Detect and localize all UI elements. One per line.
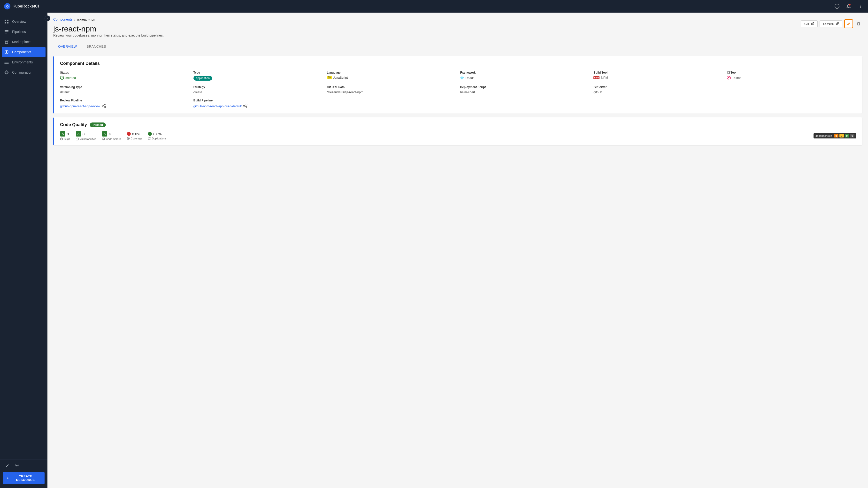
git-button[interactable]: GIT xyxy=(801,20,818,27)
language-value: JS JavaScript xyxy=(327,76,456,79)
duplications-value: 0.0% xyxy=(148,132,161,136)
edit-button[interactable] xyxy=(844,20,853,28)
build-pipeline-link[interactable]: github-npm-react-app-build-default xyxy=(193,104,242,108)
build-tool-value: npm NPM xyxy=(593,76,723,79)
sidebar-item-environments-label: Environments xyxy=(12,60,33,64)
duplications-pct: 0.0% xyxy=(153,132,161,136)
breadcrumb: Components / js-react-npm xyxy=(53,18,96,21)
tab-branches[interactable]: BRANCHES xyxy=(82,42,111,51)
ci-tool-text: Tekton xyxy=(732,76,741,79)
more-menu-button[interactable] xyxy=(857,2,864,10)
vulnerabilities-metric: A 0 Vulnerabilities xyxy=(76,131,96,140)
topology-icon-review[interactable] xyxy=(102,104,106,109)
layout: ‹ Overview Pipelines Marketplace xyxy=(0,12,868,488)
git-server-label: GitServer xyxy=(593,86,723,89)
build-tool-item: Build Tool npm NPM xyxy=(593,71,723,80)
dep-count-3: 0 xyxy=(850,134,855,137)
coverage-indicator xyxy=(127,132,131,136)
svg-rect-9 xyxy=(5,20,6,21)
delete-button[interactable] xyxy=(855,20,862,27)
smells-grade: A xyxy=(102,131,107,136)
git-server-value: github xyxy=(593,90,723,94)
sonar-external-link-icon xyxy=(836,22,839,25)
svg-rect-16 xyxy=(5,42,8,43)
breadcrumb-separator: / xyxy=(74,18,75,21)
smells-value: A 4 xyxy=(102,131,111,136)
component-details-title: Component Details xyxy=(60,61,857,66)
page-subtitle: Review your codebases, monitor their sta… xyxy=(53,33,862,37)
git-url-label: Git URL Path xyxy=(327,86,456,89)
vulnerabilities-label: Vulnerabilities xyxy=(76,137,96,140)
review-pipeline-value: github-npm-react-app-review xyxy=(60,104,190,109)
strategy-label: Strategy xyxy=(193,86,323,89)
dependencies-bar: dependencies 0 0 0 0 xyxy=(813,133,857,138)
code-quality-title: Code Quality xyxy=(60,122,87,127)
marketplace-icon xyxy=(4,39,9,44)
dep-count-2: 0 xyxy=(845,134,849,137)
status-label: Status xyxy=(60,71,190,74)
delete-icon xyxy=(857,22,861,26)
settings-button[interactable] xyxy=(13,462,20,469)
svg-point-19 xyxy=(6,72,7,73)
tab-overview[interactable]: OVERVIEW xyxy=(53,42,82,51)
sidebar-item-components[interactable]: Components xyxy=(2,47,45,57)
bugs-label: Bugs xyxy=(60,137,70,140)
sonar-button[interactable]: SONAR xyxy=(819,20,842,27)
smells-metric: A 4 Code Smells xyxy=(102,131,121,140)
topology-icon-build[interactable] xyxy=(243,104,247,109)
review-pipeline-link[interactable]: github-npm-react-app-review xyxy=(60,104,100,108)
navbar-logo: KubeRocketCI xyxy=(4,3,830,10)
smells-count: 4 xyxy=(109,132,111,136)
duplications-indicator xyxy=(148,132,152,136)
svg-rect-10 xyxy=(7,20,8,21)
coverage-label: Coverage xyxy=(127,137,143,140)
svg-point-31 xyxy=(246,104,247,105)
svg-rect-36 xyxy=(148,138,150,140)
svg-point-6 xyxy=(860,5,861,6)
npm-icon: npm xyxy=(593,76,599,79)
tab-overview-label: OVERVIEW xyxy=(58,44,77,48)
sidebar-item-overview[interactable]: Overview xyxy=(0,17,48,27)
quality-metrics-row: A 0 Bugs A 0 xyxy=(60,131,857,140)
overview-icon xyxy=(4,19,9,24)
framework-label: Framework xyxy=(460,71,590,74)
sidebar-item-environments[interactable]: Environments xyxy=(0,57,48,67)
sidebar-item-pipelines[interactable]: Pipelines xyxy=(0,27,48,37)
sidebar-nav: Overview Pipelines Marketplace Component… xyxy=(0,14,48,459)
svg-point-32 xyxy=(246,106,247,108)
js-badge: JS xyxy=(327,76,332,79)
svg-text:i: i xyxy=(837,5,837,8)
sidebar-item-marketplace-label: Marketplace xyxy=(12,40,31,44)
more-icon xyxy=(858,4,862,8)
svg-point-27 xyxy=(102,105,103,106)
duplications-icon xyxy=(148,137,151,140)
bugs-metric: A 0 Bugs xyxy=(60,131,70,140)
edit-icon xyxy=(847,22,850,26)
bugs-count: 0 xyxy=(67,132,69,136)
brush-button[interactable] xyxy=(4,462,11,469)
react-icon xyxy=(460,76,464,79)
svg-point-20 xyxy=(17,465,18,466)
bugs-grade: A xyxy=(60,131,65,136)
svg-rect-11 xyxy=(5,22,6,24)
quality-header: Code Quality Passed xyxy=(60,122,857,127)
build-tool-text: NPM xyxy=(601,76,608,79)
sidebar-item-marketplace[interactable]: Marketplace xyxy=(0,37,48,47)
sidebar-toggle[interactable]: ‹ xyxy=(44,15,50,21)
info-icon: i xyxy=(835,4,839,9)
coverage-metric: 0.0% Coverage xyxy=(127,132,143,140)
breadcrumb-components-link[interactable]: Components xyxy=(53,18,72,21)
vulnerabilities-value: A 0 xyxy=(76,131,85,136)
duplications-label: Duplications xyxy=(148,137,166,140)
type-badge: application xyxy=(193,76,212,80)
notifications-button[interactable] xyxy=(845,2,852,10)
info-button[interactable]: i xyxy=(833,2,841,10)
svg-point-30 xyxy=(244,105,245,106)
page-title: js-react-npm xyxy=(53,24,96,33)
dep-label: dependencies xyxy=(815,134,832,137)
sidebar-item-configuration[interactable]: Configuration xyxy=(0,67,48,77)
review-pipeline-label: Review Pipeline xyxy=(60,99,190,102)
ci-tool-item: CI Tool Tekton xyxy=(727,71,857,80)
vulns-grade: A xyxy=(76,131,81,136)
create-resource-button[interactable]: + CREATE RESOURCE xyxy=(3,472,44,484)
